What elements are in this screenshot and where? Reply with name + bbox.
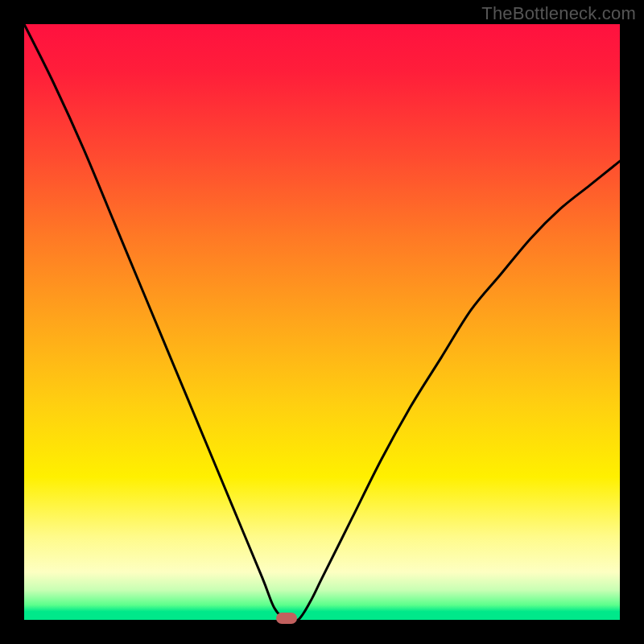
- chart-frame: TheBottleneck.com: [0, 0, 644, 644]
- optimal-point-marker: [276, 613, 297, 624]
- watermark-text: TheBottleneck.com: [481, 3, 636, 24]
- chart-plot-area: [24, 24, 620, 620]
- bottleneck-curve: [24, 24, 620, 620]
